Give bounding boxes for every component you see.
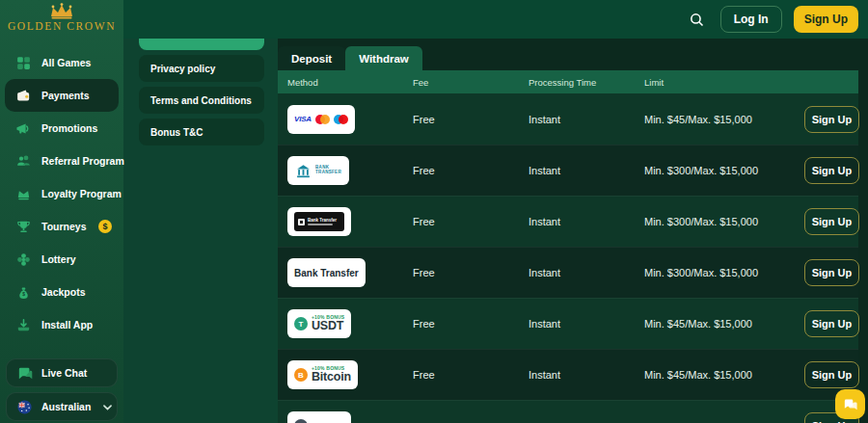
sidebar-item-label: Payments — [41, 90, 90, 101]
sidebar-nav: All GamesPaymentsPromotionsReferral Prog… — [0, 46, 123, 341]
limit-cell: Min. $45/Max. $15,000 — [644, 114, 804, 125]
time-cell: Instant — [529, 318, 644, 330]
column-header: Fee — [413, 77, 529, 88]
tourneys-bonus-badge: $ — [98, 220, 112, 233]
chevron-down-icon — [99, 399, 116, 415]
language-label: Australian — [41, 401, 91, 412]
subnav-item-label: Privacy policy — [150, 64, 215, 74]
crypto-name-label: Bitcoin — [312, 371, 351, 383]
fee-cell: Free — [413, 216, 529, 227]
limit-cell: Min. $45/Max. $15,000 — [644, 369, 804, 381]
header-signup-button[interactable]: Sign Up — [794, 6, 858, 33]
row-signup-button[interactable]: Sign Up — [804, 157, 859, 184]
sidebar-item-jackpots[interactable]: $Jackpots — [0, 276, 123, 308]
bank-transfer-text-label: Bank Transfer — [294, 268, 359, 278]
login-button[interactable]: Log In — [720, 6, 782, 33]
sidebar-item-loyalty-program[interactable]: Loyalty Program — [0, 177, 123, 210]
time-cell: Instant — [529, 369, 644, 381]
sidebar-item-install-app[interactable]: Install App — [0, 308, 123, 341]
table-row: Bank TransferFreeInstantMin. $300/Max. $… — [278, 196, 858, 247]
coin-icon — [294, 419, 308, 423]
method-badge-bank-teal: BANKTRANSFER — [287, 156, 349, 185]
column-header: Method — [287, 77, 413, 88]
limit-cell: Min. $300/Max. $15,000 — [644, 216, 804, 227]
crown-logo-icon — [47, 3, 76, 19]
language-selector[interactable]: Australian — [6, 392, 118, 421]
row-signup-button[interactable]: Sign Up — [804, 361, 859, 388]
sidebar-item-payments[interactable]: Payments — [5, 79, 119, 112]
method-cell: BANKTRANSFER — [287, 156, 413, 185]
subnav-item-privacy[interactable]: Privacy policy — [139, 55, 264, 82]
sidebar-item-tourneys[interactable]: Tourneys$ — [0, 210, 123, 243]
table-row: +10% BONUSSign Up — [278, 400, 858, 423]
table-row: BANKTRANSFERFreeInstantMin. $300/Max. $1… — [278, 145, 858, 196]
method-badge-crypto: B+10% BONUSBitcoin — [287, 360, 358, 389]
sidebar-item-all-games[interactable]: All Games — [0, 46, 123, 79]
bank-transfer-dark-logo: Bank Transfer — [294, 212, 344, 231]
megaphone-icon — [15, 120, 32, 137]
limit-cell: Min. $300/Max. $15,000 — [644, 267, 804, 278]
bank-transfer-wordmark: BANKTRANSFER — [315, 166, 341, 175]
search-icon[interactable] — [686, 8, 709, 31]
sidebar-item-label: Lottery — [41, 253, 76, 265]
payment-methods-table: VISAFreeInstantMin. $45/Max. $15,000Sign… — [278, 93, 858, 423]
brand-name: GOLDEN CROWN — [0, 20, 123, 32]
sidebar-item-label: Install App — [41, 319, 93, 330]
subnav-item-bonus-tc[interactable]: Bonus T&C — [139, 119, 264, 145]
time-cell: Instant — [529, 114, 644, 125]
wallet-icon — [15, 88, 32, 104]
sidebar-item-label: Tourneys — [41, 221, 86, 232]
bitcoin-icon: B — [294, 368, 308, 382]
row-signup-button[interactable]: Sign Up — [804, 259, 859, 286]
download-icon — [15, 317, 32, 333]
tab-withdraw[interactable]: Withdraw — [345, 46, 422, 70]
live-chat-label: Live Chat — [41, 367, 87, 379]
maestro-icon — [334, 115, 348, 124]
table-row: VISAFreeInstantMin. $45/Max. $15,000Sign… — [278, 93, 858, 145]
subnav-item-label: Terms and Conditions — [150, 95, 252, 106]
row-signup-button[interactable]: Sign Up — [804, 310, 859, 337]
sidebar-item-lottery[interactable]: Lottery — [0, 243, 123, 276]
subnav-item-label: Bonus T&C — [150, 127, 203, 138]
method-cell: +10% BONUS — [287, 411, 413, 423]
deposit-withdraw-tabs: DepositWithdraw — [278, 46, 422, 70]
tab-deposit[interactable]: Deposit — [278, 46, 345, 70]
moneybag-icon: $ — [15, 284, 32, 301]
row-signup-button[interactable]: Sign Up — [804, 106, 859, 133]
visa-wordmark: VISA — [294, 115, 312, 123]
chat-fab-button[interactable] — [835, 389, 865, 419]
sidebar-item-referral-program[interactable]: Referral Program — [0, 145, 123, 177]
sidebar-item-promotions[interactable]: Promotions — [0, 112, 123, 145]
chat-icon — [16, 365, 33, 382]
live-chat-button[interactable]: Live Chat — [6, 358, 118, 387]
method-badge-bank-text: Bank Transfer — [287, 258, 366, 287]
time-cell: Instant — [529, 267, 644, 278]
bank-transfer-dark-label: Bank Transfer — [308, 218, 337, 223]
fee-cell: Free — [413, 267, 529, 278]
table-header: MethodFeeProcessing TimeLimit — [278, 70, 858, 93]
header-actions: Log In Sign Up — [686, 0, 858, 39]
method-cell: Bank Transfer — [287, 258, 413, 287]
clover-icon — [15, 251, 32, 268]
sidebar-item-label: Promotions — [41, 122, 97, 134]
sidebar-item-label: Referral Program — [41, 155, 124, 167]
chat-bubbles-icon — [842, 396, 858, 412]
limit-cell: Min. $300/Max. $15,000 — [644, 165, 804, 176]
trophy-icon — [15, 219, 32, 235]
time-cell: Instant — [529, 165, 644, 176]
method-cell: Bank Transfer — [287, 207, 413, 236]
brand-logo[interactable]: GOLDEN CROWN — [0, 3, 123, 32]
sidebar-item-label: All Games — [41, 57, 91, 68]
mastercard-icon — [315, 115, 330, 124]
fee-cell: Free — [413, 369, 529, 381]
method-badge-cards: VISA — [287, 105, 355, 134]
secondary-nav: Privacy policyTerms and ConditionsBonus … — [139, 23, 264, 150]
subnav-item-terms[interactable]: Terms and Conditions — [139, 87, 264, 114]
bank-icon — [295, 163, 312, 179]
crown-icon — [15, 186, 32, 202]
column-header: Processing Time — [529, 77, 644, 88]
people-icon — [15, 153, 32, 170]
grid-icon — [15, 55, 32, 71]
row-signup-button[interactable]: Sign Up — [804, 208, 859, 235]
method-badge-crypto: T+10% BONUSUSDT — [287, 309, 351, 338]
